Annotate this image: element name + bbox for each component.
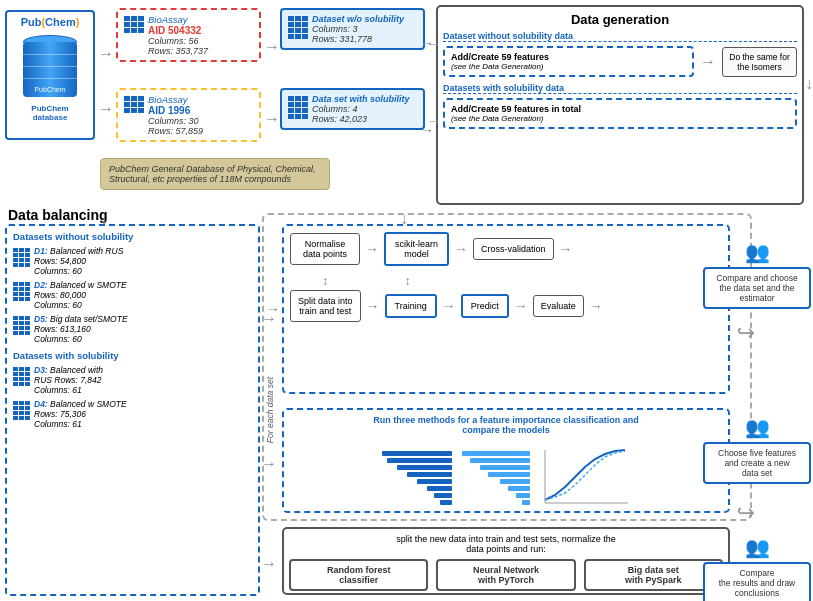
ba1-id: AID 504332 — [148, 25, 208, 36]
dg-see-gen1: (see the Data Generation) — [451, 62, 686, 71]
arrow-ds2-dg: → — [427, 113, 441, 129]
dg-isomers-box: Do the same for the Isomers — [722, 47, 797, 77]
arrow-db-to-fi: → — [261, 455, 277, 473]
choose-five-box: Choose five features and create a new da… — [703, 442, 811, 484]
db-d2-text: D2: Balanced w SMOTERows: 80,000Columns:… — [34, 280, 127, 310]
arrow-db-to-nd: → — [261, 555, 277, 573]
arr1: → — [365, 241, 379, 257]
bioassay-2-box: BioAssay AID 1996 Columns: 30 Rows: 57,8… — [116, 88, 261, 142]
db-cylinder: PubChem — [20, 32, 80, 102]
main-container: Pub(Chem) PubChem PubChem database → → — [0, 0, 813, 601]
dg-see-gen2: (see the Data Generation) — [451, 114, 789, 123]
fi-curve-chart — [540, 445, 630, 505]
ml-row1: Normalise data points → scikit-learn mod… — [290, 232, 722, 266]
ds-nosol-title: Dataset w/o solubility — [312, 14, 404, 24]
dataset-no-sol-box: Dataset w/o solubility Columns: 3 Rows: … — [280, 8, 425, 50]
dg-add59-box: Add/Create 59 features (see the Data Gen… — [443, 46, 694, 77]
right-choose-section: 👥 Choose five features and create a new … — [703, 415, 811, 484]
cv-label: Cross-validation — [481, 244, 546, 254]
compare-choose-box: Compare and choose the data set and the … — [703, 267, 811, 309]
arrow-top-to-db: ↓ — [100, 210, 108, 228]
db-d4-item: D4: Balanced w SMOTERows: 75,306Columns:… — [13, 399, 252, 429]
evaluate-box: Evaluate — [533, 295, 584, 317]
db-d5-desc: Big data set/SMOTERows: 613,160Columns: … — [34, 314, 128, 344]
arrow-ba1-to-ds1: → — [264, 38, 280, 56]
fi-bar-chart1 — [382, 451, 452, 505]
db-d3-item: D3: Balanced withRUS Rows: 7,842Columns:… — [13, 365, 252, 395]
sklearn-box: scikit-learn model — [384, 232, 449, 266]
data-gen-title: Data generation — [443, 12, 797, 27]
pubchem-logo: Pub(Chem) PubChem PubChem database — [5, 10, 95, 140]
db-d5-text: D5: Big data set/SMOTERows: 613,160Colum… — [34, 314, 128, 344]
split-label: Split data into train and test — [298, 296, 353, 316]
nd-boxes-row: Random forest classifier Neural Network … — [289, 559, 723, 591]
ba2-id: AID 1996 — [148, 105, 203, 116]
db-with-sol-title: Datasets with solubility — [13, 350, 252, 361]
pubchem-logo-title: Pub(Chem) — [21, 16, 80, 28]
ml-vert-arrows: ↕ ↕ — [290, 274, 722, 288]
dg-row1: Add/Create 59 features (see the Data Gen… — [443, 46, 797, 77]
dg-with-sol-label: Datasets with solubility data — [443, 83, 797, 94]
right-people-icon2: 👥 — [703, 415, 811, 439]
arr4: → — [366, 298, 380, 314]
sklearn-label: scikit-learn model — [395, 239, 438, 259]
db-d1-text: D1: Balanced with RUSRows: 54,800Columns… — [34, 246, 123, 276]
arrow-pubchem-to-ba: → — [98, 45, 114, 63]
nd-neural-network-box: Neural Network with PyTorch — [436, 559, 575, 591]
new-data-section: split the new data into train and test s… — [282, 527, 730, 595]
training-box: Training — [385, 294, 437, 318]
db-d1-name: D1: — [34, 246, 48, 256]
dataset-with-sol-box: Data set with solubility Columns: 4 Rows… — [280, 88, 425, 130]
arrow-top-to-ml: ↓ — [400, 210, 408, 228]
pubchem-general-label: PubChem General Database of Physical, Ch… — [100, 158, 330, 190]
ba2-columns: Columns: 30 — [148, 116, 203, 126]
ds-sol-columns: Columns: 4 — [312, 104, 410, 114]
dg-without-sol-label: Dataset without solubility data — [443, 31, 797, 42]
right-results-section: 👥 Compare the results and draw conclusio… — [703, 535, 811, 601]
evaluate-label: Evaluate — [541, 301, 576, 311]
dg-add59-label: Add/Create 59 features — [451, 52, 686, 62]
ds-sol-rows: Rows: 42,023 — [312, 114, 410, 124]
arrow-pubchem-to-ba2: → — [98, 100, 114, 118]
arr3: → — [559, 241, 573, 257]
arr2: → — [454, 241, 468, 257]
curve-arrow2: ↩ — [737, 500, 755, 526]
ba1-columns: Columns: 56 — [148, 36, 208, 46]
ds-nosol-rows: Rows: 331,778 — [312, 34, 404, 44]
ba2-rows: Rows: 57,859 — [148, 126, 203, 136]
normalise-box: Normalise data points — [290, 233, 360, 265]
data-balancing-title: Data balancing — [8, 207, 108, 223]
db-d1-item: D1: Balanced with RUSRows: 54,800Columns… — [13, 246, 252, 276]
db-d5-item: D5: Big data set/SMOTERows: 613,160Colum… — [13, 314, 252, 344]
normalise-label: Normalise data points — [303, 239, 347, 259]
db-d4-text: D4: Balanced w SMOTERows: 75,306Columns:… — [34, 399, 127, 429]
cv-box: Cross-validation — [473, 238, 554, 260]
arrow-dg-right1: → — [700, 53, 716, 71]
data-generation-section: Data generation Dataset without solubili… — [436, 5, 804, 205]
right-compare-section: 👥 Compare and choose the data set and th… — [703, 240, 811, 309]
ba1-rows: Rows: 353,737 — [148, 46, 208, 56]
db-d3-text: D3: Balanced withRUS Rows: 7,842Columns:… — [34, 365, 103, 395]
arr6: → — [514, 298, 528, 314]
ds-nosol-columns: Columns: 3 — [312, 24, 404, 34]
arrow-db-to-ml: → — [261, 310, 277, 328]
db-d2-name: D2: — [34, 280, 48, 290]
ba1-title: BioAssay — [148, 14, 208, 25]
dg-add59-total-label: Add/Create 59 features in total — [451, 104, 789, 114]
db-label: PubChem database — [31, 104, 68, 122]
data-balancing-section: Datasets without solubility D1: Balanced… — [5, 224, 260, 596]
bioassay-1-box: BioAssay AID 504332 Columns: 56 Rows: 35… — [116, 8, 261, 62]
ba2-title: BioAssay — [148, 94, 203, 105]
arr5: → — [442, 298, 456, 314]
ml-row2: Split data into train and test → Trainin… — [290, 290, 722, 322]
cylinder-body: PubChem — [23, 42, 77, 97]
feature-importance-box: Run three methods for a feature importan… — [282, 408, 730, 513]
right-people-icon3: 👥 — [703, 535, 811, 559]
nd-random-forest-box: Random forest classifier — [289, 559, 428, 591]
dg-add59-total-box: Add/Create 59 features in total (see the… — [443, 98, 797, 129]
training-label: Training — [395, 301, 427, 311]
dg-isomers-label: Do the same for the Isomers — [729, 52, 789, 72]
db-d2-desc: Balanced w SMOTERows: 80,000Columns: 60 — [34, 280, 127, 310]
ds-sol-title: Data set with solubility — [312, 94, 410, 104]
db-d3-name: D3: — [34, 365, 48, 375]
